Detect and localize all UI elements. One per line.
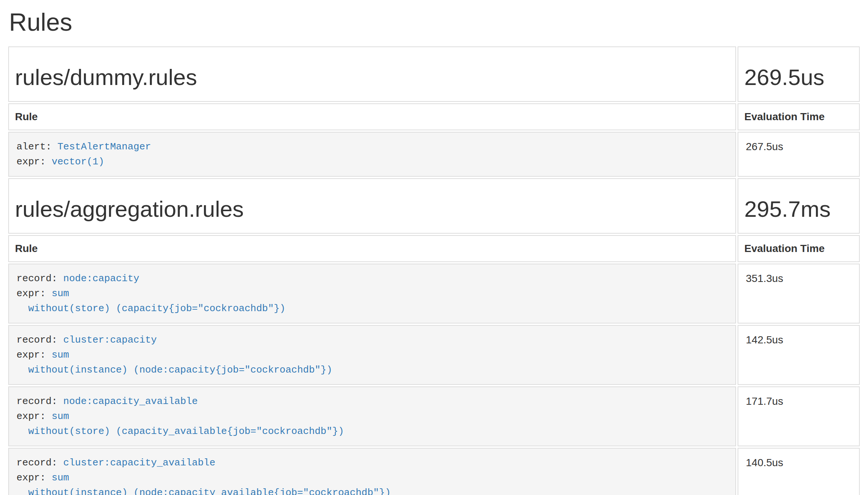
group-file-cell: rules/dummy.rules (8, 46, 736, 102)
rule-evaluation-time: 351.3us (738, 264, 860, 324)
rule-row: record: node:capacity expr: sum without(… (8, 264, 860, 324)
rule-code: record: node:capacity_available expr: su… (16, 394, 728, 439)
rule-cell: record: node:capacity_available expr: su… (8, 386, 736, 446)
rule-name-link[interactable]: cluster:capacity_available (63, 457, 216, 468)
rule-row: alert: TestAlertManager expr: vector(1) … (8, 132, 860, 177)
rule-expr-link[interactable]: vector(1) (52, 156, 104, 167)
rule-cell: record: node:capacity expr: sum without(… (8, 264, 736, 324)
rules-table: rules/dummy.rules 269.5us Rule Evaluatio… (7, 45, 861, 495)
column-header-rule: Rule (8, 103, 736, 130)
group-header-row: rules/aggregation.rules 295.7ms (8, 178, 860, 234)
rule-expr-link[interactable]: sum without(instance) (node:capacity_ava… (16, 472, 391, 495)
rule-evaluation-time: 267.5us (738, 132, 860, 177)
rule-kind-label: record: (16, 273, 57, 284)
column-header-rule: Rule (8, 235, 736, 262)
rule-evaluation-time: 140.5us (738, 448, 860, 495)
rule-name-link[interactable]: node:capacity (63, 273, 139, 284)
columns-header-row: Rule Evaluation Time (8, 103, 860, 130)
group-file-cell: rules/aggregation.rules (8, 178, 736, 234)
group-total-time-cell: 269.5us (738, 46, 860, 102)
expr-label: expr: (16, 349, 46, 361)
column-header-evaluation-time: Evaluation Time (738, 103, 860, 130)
rule-name-link[interactable]: TestAlertManager (57, 141, 151, 152)
expr-label: expr: (16, 472, 46, 483)
rule-name-link[interactable]: cluster:capacity (63, 334, 157, 346)
rule-expr-link[interactable]: sum without(instance) (node:capacity{job… (16, 349, 332, 376)
rule-kind-label: record: (16, 396, 57, 407)
rule-evaluation-time: 171.7us (738, 386, 860, 446)
rule-cell: record: cluster:capacity_available expr:… (8, 448, 736, 495)
rule-row: record: cluster:capacity expr: sum witho… (8, 325, 860, 385)
rule-code: record: cluster:capacity expr: sum witho… (16, 332, 728, 377)
rule-expr-link[interactable]: sum without(store) (capacity_available{j… (16, 411, 344, 437)
group-total-evaluation-time: 295.7ms (744, 197, 853, 222)
group-total-time-cell: 295.7ms (738, 178, 860, 234)
columns-header-row: Rule Evaluation Time (8, 235, 860, 262)
rule-code: record: cluster:capacity_available expr:… (16, 455, 728, 495)
rule-name-link[interactable]: node:capacity_available (63, 396, 198, 407)
rule-kind-label: record: (16, 334, 57, 346)
rule-evaluation-time: 142.5us (738, 325, 860, 385)
rule-expr-link[interactable]: sum without(store) (capacity{job="cockro… (16, 288, 286, 314)
column-header-evaluation-time: Evaluation Time (738, 235, 860, 262)
group-total-evaluation-time: 269.5us (744, 65, 853, 90)
rule-cell: alert: TestAlertManager expr: vector(1) (8, 132, 736, 177)
group-header-row: rules/dummy.rules 269.5us (8, 46, 860, 102)
expr-label: expr: (16, 411, 46, 422)
group-file-name: rules/dummy.rules (15, 65, 729, 90)
rule-kind-label: alert: (16, 141, 52, 152)
expr-label: expr: (16, 156, 46, 167)
rule-code: record: node:capacity expr: sum without(… (16, 271, 728, 316)
expr-label: expr: (16, 288, 46, 299)
group-file-name: rules/aggregation.rules (15, 197, 729, 222)
rule-cell: record: cluster:capacity expr: sum witho… (8, 325, 736, 385)
rule-row: record: node:capacity_available expr: su… (8, 386, 860, 446)
rule-code: alert: TestAlertManager expr: vector(1) (16, 139, 728, 169)
rule-row: record: cluster:capacity_available expr:… (8, 448, 860, 495)
page-title: Rules (9, 8, 859, 37)
rule-kind-label: record: (16, 457, 57, 468)
